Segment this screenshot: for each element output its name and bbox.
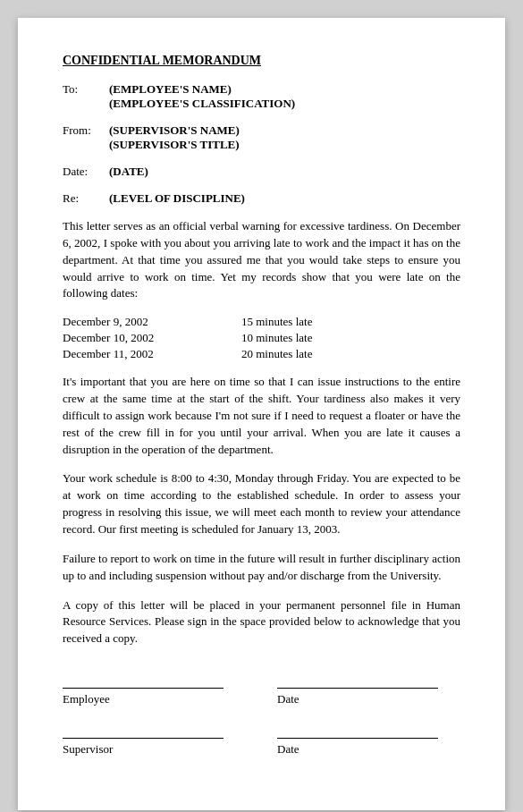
tardiness-row: December 10, 200210 minutes late [63,331,460,345]
date-row: Date: (DATE) [63,165,460,179]
supervisor-signature-row: Supervisor Date [63,724,460,757]
supervisor-label: Supervisor [63,742,224,757]
to-value-line2: (EMPLOYEE'S CLASSIFICATION) [109,97,295,111]
from-value-line2: (SUPERVISOR'S TITLE) [109,138,240,152]
paragraph-2: It's important that you are here on time… [63,374,460,458]
to-value-line1: (EMPLOYEE'S NAME) [109,82,295,97]
tardiness-amount: 15 minutes late [241,315,312,329]
supervisor-sig-lines [63,724,460,739]
employee-sig-lines [63,674,460,689]
date-value: (DATE) [109,165,148,179]
employee-signature-row: Employee Date [63,674,460,706]
paragraph-3: Your work schedule is 8:00 to 4:30, Mond… [63,470,460,537]
supervisor-sig-labels: Supervisor Date [63,742,460,757]
tardiness-row: December 11, 200220 minutes late [63,347,460,361]
paragraph-4: Failure to report to work on time in the… [63,551,460,585]
tardiness-table: December 9, 200215 minutes lateDecember … [63,315,460,361]
employee-sig-labels: Employee Date [63,692,460,706]
from-label: From: [63,123,109,138]
tardiness-row: December 9, 200215 minutes late [63,315,460,329]
from-value-line1: (SUPERVISOR'S NAME) [109,123,240,138]
tardiness-date: December 10, 2002 [63,331,241,345]
paragraph-1: This letter serves as an official verbal… [63,218,460,302]
employee-sig-line [63,674,224,689]
paragraph-5: A copy of this letter will be placed in … [63,597,460,648]
employee-date-label: Date [277,692,438,706]
tardiness-date: December 11, 2002 [63,347,241,361]
date-label: Date: [63,165,109,179]
supervisor-date-label: Date [277,742,438,757]
supervisor-sig-line [63,724,224,739]
tardiness-amount: 10 minutes late [241,331,312,345]
tardiness-amount: 20 minutes late [241,347,312,361]
employee-label: Employee [63,692,224,706]
document-title: CONFIDENTIAL MEMORANDUM [63,54,460,68]
employee-date-line [277,674,438,689]
document: CONFIDENTIAL MEMORANDUM To: (EMPLOYEE'S … [18,18,505,810]
to-row: To: (EMPLOYEE'S NAME) (EMPLOYEE'S CLASSI… [63,82,460,111]
re-value: (LEVEL OF DISCIPLINE) [109,191,245,206]
from-row: From: (SUPERVISOR'S NAME) (SUPERVISOR'S … [63,123,460,152]
re-label: Re: [63,191,109,206]
supervisor-date-line [277,724,438,739]
to-label: To: [63,82,109,97]
signature-section: Employee Date Supervisor Date [63,674,460,757]
re-row: Re: (LEVEL OF DISCIPLINE) [63,191,460,206]
tardiness-date: December 9, 2002 [63,315,241,329]
